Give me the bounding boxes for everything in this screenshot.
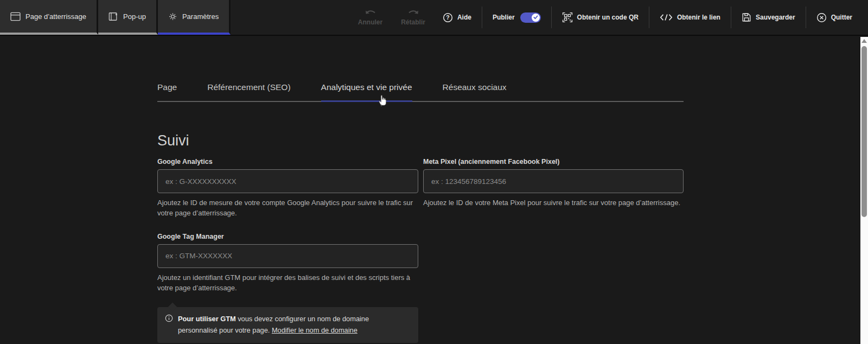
quit-button[interactable]: Quitter — [808, 12, 860, 23]
save-button[interactable]: Sauvegarder — [733, 12, 803, 22]
qr-code-label: Obtenir un code QR — [577, 14, 639, 21]
undo-button[interactable]: Annuler — [349, 9, 392, 26]
code-brackets-icon — [660, 14, 673, 21]
publish-label: Publier — [493, 14, 515, 21]
tab-landing-page-label: Page d’atterrissage — [25, 12, 86, 21]
gtm-input[interactable] — [157, 244, 418, 268]
tab-settings-label: Paramètres — [182, 12, 219, 21]
meta-pixel-label: Meta Pixel (anciennement Facebook Pixel) — [423, 158, 684, 165]
scroll-up-arrow-icon[interactable] — [861, 39, 867, 43]
qr-code-button[interactable]: Obtenir un code QR — [554, 12, 647, 23]
toolbar-actions: Annuler Rétablir ? Aide Publier — [349, 0, 868, 35]
publish-toggle[interactable] — [520, 12, 541, 23]
popup-window-icon — [108, 12, 118, 21]
tab-popup[interactable]: Pop-up — [98, 0, 158, 35]
undo-label: Annuler — [358, 18, 382, 26]
gtm-label: Google Tag Manager — [157, 233, 418, 240]
qr-code-icon — [562, 12, 573, 23]
close-circle-icon — [816, 12, 827, 23]
help-button[interactable]: ? Aide — [435, 12, 480, 23]
meta-pixel-input[interactable] — [423, 169, 684, 193]
save-label: Sauvegarder — [756, 14, 795, 21]
google-analytics-input[interactable] — [157, 169, 418, 193]
settings-panel: Page Référencement (SEO) Analytiques et … — [0, 37, 860, 344]
redo-icon — [407, 9, 420, 17]
redo-button[interactable]: Rétablir — [392, 9, 435, 26]
section-title: Suivi — [157, 132, 684, 149]
meta-pixel-help: Ajoutez le ID de votre Meta Pixel pour s… — [423, 198, 684, 208]
save-icon — [742, 12, 751, 22]
quit-label: Quitter — [831, 14, 852, 21]
gtm-help: Ajoutez un identifiant GTM pour intégrer… — [157, 273, 418, 294]
svg-text:?: ? — [446, 15, 449, 21]
change-domain-link[interactable]: Modifier le nom de domaine — [272, 326, 358, 334]
gtm-notice-text: Pour utiliser GTM vous devez configurer … — [178, 314, 410, 336]
browser-window-icon — [10, 12, 21, 21]
gtm-field-group: Google Tag Manager Ajoutez un identifian… — [157, 233, 418, 343]
toolbar-divider — [551, 7, 552, 28]
redo-label: Rétablir — [401, 18, 425, 26]
editor-mode-tabs: Page d’atterrissage Pop-up Paramètres — [0, 0, 231, 35]
top-toolbar: Page d’atterrissage Pop-up Paramètres — [0, 0, 868, 36]
google-analytics-label: Google Analytics — [157, 158, 418, 165]
tab-settings[interactable]: Paramètres — [158, 0, 231, 35]
publish-toggle-knob — [532, 14, 540, 22]
gear-icon — [168, 12, 177, 21]
get-link-label: Obtenir le lien — [677, 14, 720, 21]
undo-icon — [364, 9, 377, 17]
tab-landing-page[interactable]: Page d’atterrissage — [0, 0, 98, 35]
meta-pixel-field-group: Meta Pixel (anciennement Facebook Pixel)… — [423, 158, 684, 219]
tab-popup-label: Pop-up — [123, 12, 146, 21]
help-icon: ? — [443, 12, 453, 23]
gtm-notice: Pour utiliser GTM vous devez configurer … — [157, 307, 418, 343]
tab-page[interactable]: Page — [157, 82, 177, 92]
google-analytics-help: Ajoutez le ID de mesure de votre compte … — [157, 198, 418, 219]
publish-control: Publier — [484, 12, 549, 23]
toolbar-divider — [731, 7, 731, 28]
get-link-button[interactable]: Obtenir le lien — [652, 14, 729, 21]
toolbar-divider — [482, 7, 482, 28]
settings-tabs: Page Référencement (SEO) Analytiques et … — [157, 82, 684, 102]
tab-analytics-privacy[interactable]: Analytiques et vie privée — [321, 82, 412, 92]
toolbar-divider — [806, 7, 806, 28]
scrollbar-thumb[interactable] — [861, 46, 867, 217]
vertical-scrollbar[interactable] — [860, 37, 868, 344]
info-icon — [165, 314, 173, 336]
tab-seo[interactable]: Référencement (SEO) — [207, 82, 290, 92]
tab-social-networks[interactable]: Réseaux sociaux — [443, 82, 507, 92]
toolbar-divider — [649, 7, 649, 28]
help-label: Aide — [457, 14, 471, 21]
gtm-notice-bold: Pour utiliser GTM — [178, 315, 236, 323]
google-analytics-field-group: Google Analytics Ajoutez le ID de mesure… — [157, 158, 418, 219]
